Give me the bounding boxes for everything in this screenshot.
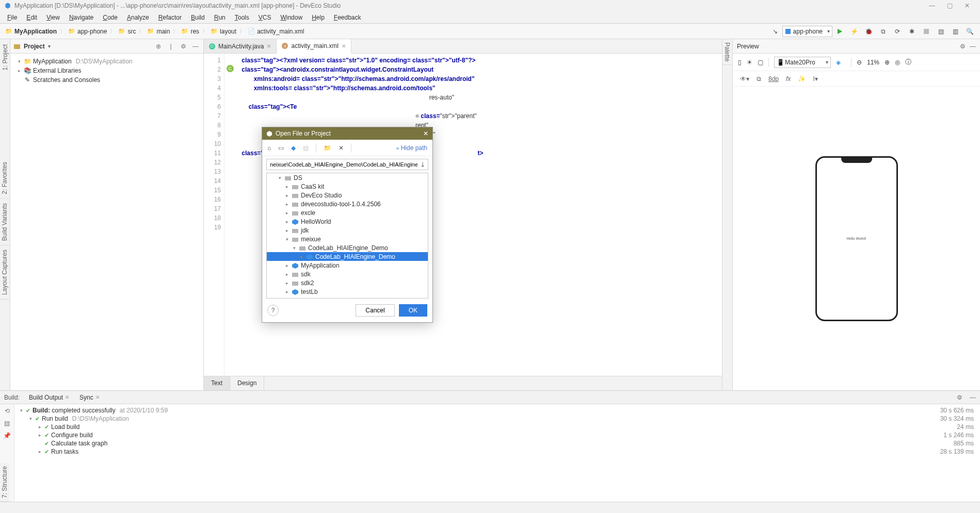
build-variants-tool-tab[interactable]: Build Variants [0,199,9,245]
menu-window[interactable]: Window [276,13,307,22]
text-tool-icon[interactable]: I▾ [813,75,817,82]
gear-icon[interactable]: ⚙ [960,43,966,50]
dialog-tree-node[interactable]: ▾DS [267,173,428,182]
pin-icon[interactable]: 📌 [3,432,11,439]
warnings-icon[interactable]: ⓘ [905,58,911,67]
project-tree-node[interactable]: ▸📚External Libraries [12,66,201,75]
breadcrumb-item[interactable]: 📄activity_main.xml [246,27,306,36]
stop-button[interactable] [919,25,934,38]
breadcrumb-item[interactable]: 📁res [179,27,201,36]
desktop-icon[interactable]: ▭ [278,144,284,152]
theme-icon[interactable]: ◈ [836,59,841,66]
dialog-tree-node[interactable]: ▸devecostudio-tool-1.0.4.2506 [267,200,428,208]
project-tree[interactable]: ▾📁MyApplicationD:\DS\MyApplication▸📚Exte… [10,54,203,88]
search-icon[interactable]: 🔍 [962,25,977,38]
zoom-fit-button[interactable]: ◎ [895,59,900,66]
dialog-tree-node[interactable]: ▸jdk [267,226,428,235]
filter-icon[interactable]: ▤ [4,420,10,427]
editor-tab[interactable]: Xactivity_main.xml✕ [277,39,351,54]
eye-icon[interactable]: 👁▾ [740,75,749,82]
menu-tools[interactable]: Tools [231,13,253,22]
project-tool-tab[interactable]: 1: Project [1,41,10,74]
hammer-icon[interactable]: ↘ [768,25,782,38]
new-folder-icon[interactable]: 📁 [324,144,331,152]
close-window-button[interactable]: ✕ [958,2,976,9]
device-combo[interactable]: 📱 Mate20Pro [774,57,831,68]
daynight-icon[interactable]: ☀ [747,59,752,66]
hide-path-link[interactable]: » Hide path [396,144,427,152]
dialog-tree-node[interactable]: ▸MyApplication [267,261,428,270]
menu-feedback[interactable]: Feedback [330,13,365,22]
tab-design[interactable]: Design [230,376,264,390]
dialog-tree-node[interactable]: ▸CodeLab_HIAIEngine_Demo [267,252,428,261]
project-tree-node[interactable]: ▾📁MyApplicationD:\DS\MyApplication [12,57,201,66]
apply-changes-icon[interactable]: ⚡ [847,25,861,38]
dialog-tree-node[interactable]: ▸DevEco Studio [267,191,428,200]
dialog-file-tree[interactable]: ▾DS▸CaaS kit▸DevEco Studio▸devecostudio-… [266,173,428,299]
project-tree-node[interactable]: ✎Scratches and Consoles [12,75,201,85]
restart-icon[interactable]: ⟲ [5,407,10,415]
magnet-icon[interactable]: ⧉ [757,75,761,82]
dialog-tree-node[interactable]: ▸excle [267,208,428,217]
attach-debugger-button[interactable]: ⟳ [890,25,905,38]
menu-analyze[interactable]: Analyze [123,13,153,22]
favorites-tool-tab[interactable]: 2: Favorites [0,158,9,199]
palette-tool-tab[interactable]: Palette [722,39,732,65]
breadcrumb-item[interactable]: 📁MyApplication [3,27,59,36]
menu-file[interactable]: File [3,13,21,22]
coverage-button[interactable]: ✱ [905,25,919,38]
dialog-tree-node[interactable]: ▾CodeLab_HIAIEngine_Demo [267,243,428,252]
dialog-close-button[interactable]: ✕ [423,130,428,137]
project-root-icon[interactable]: ◆ [291,144,296,152]
build-row[interactable]: ▸✔Load build [19,423,976,431]
collapse-icon[interactable]: — [970,43,976,50]
avd-manager-button[interactable]: ▤ [934,25,948,38]
minimize-button[interactable]: — [923,2,941,9]
debug-button[interactable]: 🐞 [861,25,876,38]
dialog-tree-node[interactable]: ▾meixue [267,235,428,243]
module-path-icon[interactable]: ▤ [303,144,309,152]
breadcrumb-item[interactable]: 📁src [116,27,138,36]
menu-vcs[interactable]: VCS [254,13,276,22]
build-row[interactable]: ▸✔Configure build [19,431,976,439]
tab-text[interactable]: Text [204,376,230,390]
build-row[interactable]: ▸✔Run tasks [19,448,976,456]
target-icon[interactable]: ⊕ [154,43,163,50]
profiler-button[interactable]: ⧉ [876,25,890,38]
tab-sync[interactable]: Sync✕ [75,392,104,403]
menu-navigate[interactable]: Navigate [65,13,98,22]
dialog-tree-node[interactable]: ▸sdk2 [267,278,428,287]
editor-tab[interactable]: CMainActivity.java✕ [204,39,277,53]
maximize-button[interactable]: ▢ [941,2,958,9]
delete-icon[interactable]: ✕ [339,144,344,152]
breadcrumb-item[interactable]: 📁app-phone [66,27,109,36]
collapse-icon[interactable]: — [191,43,200,50]
device-frame-icon[interactable]: ▢ [758,59,763,66]
dialog-tree-node[interactable]: ▸CaaS kit [267,182,428,191]
dialog-tree-node[interactable]: ▸testLb [267,287,428,296]
dialog-titlebar[interactable]: Open File or Project ✕ [262,127,432,140]
breadcrumb-item[interactable]: 📁main [145,27,172,36]
sdk-manager-button[interactable]: ▥ [948,25,962,38]
dialog-tree-node[interactable]: ▸HelloWorld [267,217,428,226]
wand-icon[interactable]: ✨ [798,75,806,82]
fx-icon[interactable]: fx [786,75,791,82]
structure-tool-tab[interactable]: 7: Structure [0,463,9,502]
build-row[interactable]: ▾✔Build: completed successfullyat 2020/1… [19,406,976,415]
menu-run[interactable]: Run [210,13,230,22]
dp-label[interactable]: 8dp [768,75,779,82]
layout-captures-tool-tab[interactable]: Layout Captures [0,245,9,300]
menu-code[interactable]: Code [99,13,122,22]
zoom-in-button[interactable]: ⊕ [885,59,890,66]
ok-button[interactable]: OK [399,304,427,317]
path-dropdown-icon[interactable]: ⤓ [420,161,425,168]
home-icon[interactable]: ⌂ [267,144,271,152]
cancel-button[interactable]: Cancel [356,304,394,317]
tab-build-output[interactable]: Build Output✕ [25,392,73,403]
orientation-icon[interactable]: ▯ [738,59,742,66]
run-button[interactable] [832,25,847,38]
menu-help[interactable]: Help [308,13,329,22]
run-target-combo[interactable]: app-phone [782,26,832,37]
menu-view[interactable]: View [42,13,64,22]
breadcrumb-item[interactable]: 📁layout [208,27,238,36]
